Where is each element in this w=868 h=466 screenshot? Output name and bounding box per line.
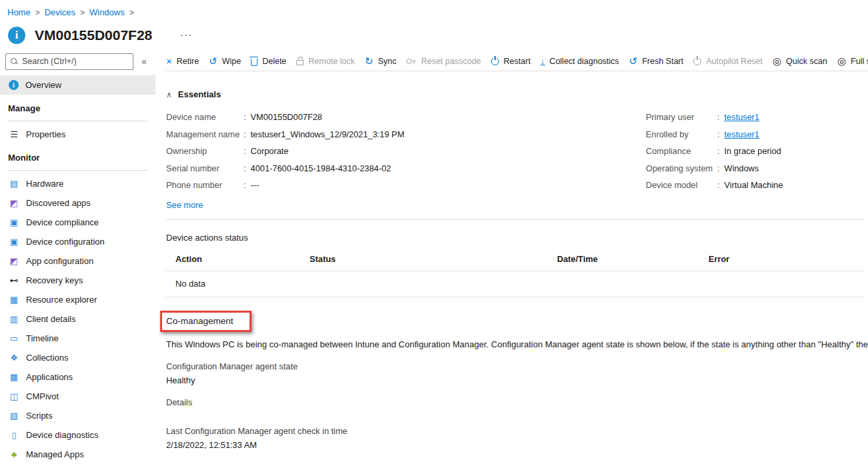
essentials-title: Essentials bbox=[178, 89, 221, 99]
timeline-icon: ▭ bbox=[9, 333, 19, 344]
sidebar-item-label: Timeline bbox=[26, 333, 59, 343]
essentials-label: Ownership bbox=[166, 147, 242, 156]
sidebar-item-overview[interactable]: iOverview bbox=[0, 75, 155, 95]
sidebar-item-app-configuration[interactable]: ◩App configuration bbox=[0, 251, 155, 271]
essentials-label: Enrolled by bbox=[646, 130, 715, 139]
sidebar-item-managed-apps[interactable]: ♣Managed Apps bbox=[0, 445, 155, 464]
essentials-left-column: Device name:VM00155D007F28Management nam… bbox=[166, 113, 646, 198]
reset-passcode-key-icon bbox=[406, 59, 412, 64]
collect-diagnostics-button[interactable]: ↓Collect diagnostics bbox=[540, 57, 619, 66]
table-header-row: ActionStatusDate/TimeError bbox=[166, 248, 864, 271]
column-header-action[interactable]: Action bbox=[175, 254, 310, 264]
breadcrumb-link-home[interactable]: Home bbox=[7, 7, 31, 17]
sidebar-item-applications[interactable]: ▦Applications bbox=[0, 367, 155, 387]
wipe-button[interactable]: ↺Wipe bbox=[209, 57, 241, 66]
sidebar-item-label: CMPivot bbox=[26, 391, 59, 401]
restart-button[interactable]: Restart bbox=[491, 57, 530, 66]
essentials-colon: : bbox=[244, 164, 246, 173]
toolbar-button-label: Wipe bbox=[222, 57, 241, 66]
essentials-label: Serial number bbox=[166, 164, 242, 173]
collections-icon: ❖ bbox=[9, 353, 19, 363]
sidebar-item-hardware[interactable]: ▤Hardware bbox=[0, 174, 155, 193]
essentials-colon: : bbox=[244, 181, 246, 190]
table-empty-row: No data bbox=[166, 271, 864, 297]
essentials-row-device-name: Device name:VM00155D007F28 bbox=[166, 113, 646, 122]
essentials-value: 4001-7600-4015-1984-4310-2384-02 bbox=[251, 164, 392, 173]
sidebar-item-label: Collections bbox=[26, 353, 69, 363]
sidebar-item-label: Device compliance bbox=[26, 217, 99, 227]
reset-passcode-button[interactable]: Reset passcode bbox=[406, 57, 481, 66]
more-options-button[interactable]: ... bbox=[180, 29, 193, 41]
sidebar-item-client-details[interactable]: ▥Client details bbox=[0, 309, 155, 329]
essentials-colon: : bbox=[717, 181, 720, 190]
remote-lock-button[interactable]: Remote lock bbox=[296, 57, 354, 66]
full-scan-button[interactable]: ◎Full scan bbox=[837, 57, 868, 66]
essentials-row-management-name: Management name:testuser1_Windows_12/9/2… bbox=[166, 130, 646, 139]
sidebar-item-label: Properties bbox=[26, 129, 65, 139]
essentials-colon: : bbox=[244, 147, 246, 156]
hardware-icon: ▤ bbox=[9, 179, 19, 189]
co-management-description: This Windows PC is being co-managed betw… bbox=[166, 339, 868, 349]
sidebar-item-discovered-apps[interactable]: ◩Discovered apps bbox=[0, 193, 155, 213]
essentials-label: Primary user bbox=[646, 113, 715, 122]
essentials-value: --- bbox=[251, 181, 260, 190]
remote-lock-icon bbox=[296, 60, 304, 65]
sidebar-nav: iOverviewManage☰PropertiesMonitor▤Hardwa… bbox=[0, 75, 155, 466]
sidebar-item-timeline[interactable]: ▭Timeline bbox=[0, 329, 155, 348]
last-checkin-value: 2/18/2022, 12:51:33 AM bbox=[166, 440, 868, 450]
collapse-sidebar-button[interactable]: « bbox=[141, 56, 147, 67]
client-details-icon: ▥ bbox=[9, 314, 19, 325]
breadcrumb-link-windows[interactable]: Windows bbox=[89, 7, 125, 17]
breadcrumb-link-devices[interactable]: Devices bbox=[45, 7, 75, 17]
sidebar-item-scripts[interactable]: ▧Scripts bbox=[0, 406, 155, 425]
autopilot-reset-power-icon bbox=[693, 57, 701, 65]
sidebar-item-recovery-keys[interactable]: ⊷Recovery keys bbox=[0, 271, 155, 290]
sync-button[interactable]: ↻Sync bbox=[365, 57, 396, 66]
autopilot-reset-button[interactable]: Autopilot Reset bbox=[693, 57, 763, 66]
search-box bbox=[5, 53, 133, 70]
toolbar-button-label: Fresh Start bbox=[642, 57, 683, 66]
resource-explorer-icon: ▦ bbox=[9, 295, 19, 305]
sidebar-item-label: Device diagnostics bbox=[26, 430, 98, 440]
fresh-start-undo-icon: ↺ bbox=[629, 57, 638, 66]
column-header-date-time[interactable]: Date/Time bbox=[557, 254, 709, 264]
essentials-colon: : bbox=[244, 113, 246, 122]
essentials-label: Device model bbox=[646, 181, 715, 190]
sidebar-item-device-configuration[interactable]: ▣Device configuration bbox=[0, 232, 155, 251]
sync-icon: ↻ bbox=[365, 57, 374, 66]
column-header-status[interactable]: Status bbox=[310, 254, 557, 264]
retire-button[interactable]: ×Retire bbox=[166, 57, 199, 66]
see-more-link[interactable]: See more bbox=[166, 200, 203, 210]
sidebar-item-device-diagnostics[interactable]: ▯Device diagnostics bbox=[0, 425, 155, 445]
essentials-value: testuser1_Windows_12/9/2021_3:19 PM bbox=[251, 130, 405, 139]
sidebar-item-label: Client details bbox=[26, 314, 75, 324]
device-actions-status-table: ActionStatusDate/TimeError No data bbox=[166, 248, 864, 297]
restart-power-icon bbox=[491, 57, 499, 65]
quick-scan-button[interactable]: ◎Quick scan bbox=[773, 57, 827, 66]
essentials-label: Management name bbox=[166, 130, 242, 139]
essentials-colon: : bbox=[717, 130, 720, 139]
essentials-row-serial-number: Serial number:4001-7600-4015-1984-4310-2… bbox=[166, 164, 646, 173]
enrolled-by-link[interactable]: testuser1 bbox=[725, 130, 760, 139]
sidebar-item-resource-explorer[interactable]: ▦Resource explorer bbox=[0, 290, 155, 309]
co-management-annotation-box: Co-management bbox=[160, 311, 252, 332]
co-management-heading: Co-management bbox=[166, 316, 234, 326]
sidebar-item-cmpivot[interactable]: ◫CMPivot bbox=[0, 387, 155, 406]
delete-button[interactable]: Delete bbox=[251, 57, 286, 66]
essentials-value: Virtual Machine bbox=[725, 181, 783, 190]
collapse-essentials-icon[interactable]: ∧ bbox=[166, 90, 172, 99]
wipe-undo-icon: ↺ bbox=[209, 57, 218, 66]
collect-diagnostics-download-icon: ↓ bbox=[540, 57, 545, 65]
essentials-row-phone-number: Phone number:--- bbox=[166, 181, 646, 190]
search-input[interactable] bbox=[22, 57, 122, 66]
sidebar: « iOverviewManage☰PropertiesMonitor▤Hard… bbox=[0, 51, 155, 463]
column-header-error[interactable]: Error bbox=[709, 254, 864, 264]
toolbar-button-label: Reset passcode bbox=[421, 57, 481, 66]
sidebar-item-collections[interactable]: ❖Collections bbox=[0, 348, 155, 367]
primary-user-link[interactable]: testuser1 bbox=[725, 113, 760, 122]
toolbar-button-label: Remote lock bbox=[308, 57, 354, 66]
sidebar-item-device-compliance[interactable]: ▣Device compliance bbox=[0, 213, 155, 232]
essentials-grid: Device name:VM00155D007F28Management nam… bbox=[166, 113, 868, 198]
fresh-start-button[interactable]: ↺Fresh Start bbox=[629, 57, 683, 66]
sidebar-item-properties[interactable]: ☰Properties bbox=[0, 125, 155, 144]
